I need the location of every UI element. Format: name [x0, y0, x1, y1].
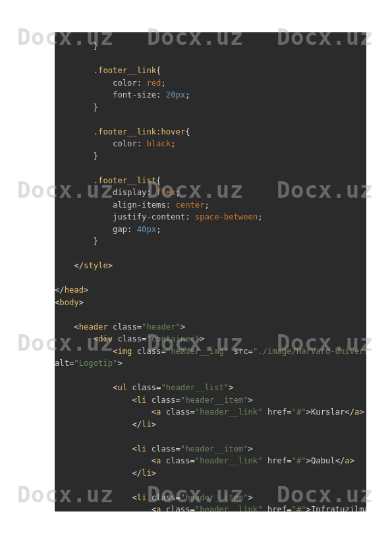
code-line: <div class="container">	[55, 333, 366, 345]
code-line: }	[55, 235, 366, 248]
code-line: .footer__link{	[55, 65, 366, 77]
code-line: </li>	[55, 467, 366, 480]
code-line	[55, 113, 366, 126]
code-line: color: red;	[55, 77, 366, 90]
code-line: color: black;	[55, 138, 366, 150]
code-line: font-size: 20px;	[55, 89, 366, 102]
code-line	[55, 272, 366, 285]
code-line: }	[55, 40, 366, 53]
code-line: <li class="header__item">	[55, 394, 366, 407]
code-line: alt="Logotip">	[55, 357, 366, 370]
code-line	[55, 370, 366, 382]
code-line: </head>	[55, 284, 366, 297]
code-line: <ul class="header__list">	[55, 382, 366, 394]
code-line: </style>	[55, 260, 366, 272]
code-line: <body>	[55, 297, 366, 309]
code-line: display: flex;	[55, 187, 366, 199]
code-line: .footer__link:hover{	[55, 126, 366, 138]
code-line: .footer__list{	[55, 175, 366, 187]
code-line	[55, 162, 366, 175]
code-line	[55, 479, 366, 492]
code-line: align-items: center;	[55, 199, 366, 212]
code-line	[55, 308, 366, 321]
code-line: }	[55, 102, 366, 114]
code-line: <li class="header__item">	[55, 492, 366, 504]
code-line: <img class="header__img" src="./image/Ha…	[55, 345, 366, 358]
code-line: </li>	[55, 419, 366, 431]
code-line: }	[55, 150, 366, 163]
code-line: <header class="header">	[55, 321, 366, 334]
code-line: justify-content: space-between;	[55, 211, 366, 223]
code-line: <li class="header__item">	[55, 443, 366, 455]
code-editor-block: } .footer__link{ color: red; font-size: …	[55, 32, 366, 511]
code-line: <a class="header__link" href="#">Kurslar…	[55, 406, 366, 419]
code-line: <a class="header__link" href="#">Infratu…	[55, 504, 366, 511]
code-line	[55, 53, 366, 65]
code-line	[55, 430, 366, 443]
code-line	[55, 248, 366, 260]
code-line: gap: 40px;	[55, 223, 366, 236]
code-line: <a class="header__link" href="#">Qabul</…	[55, 455, 366, 467]
